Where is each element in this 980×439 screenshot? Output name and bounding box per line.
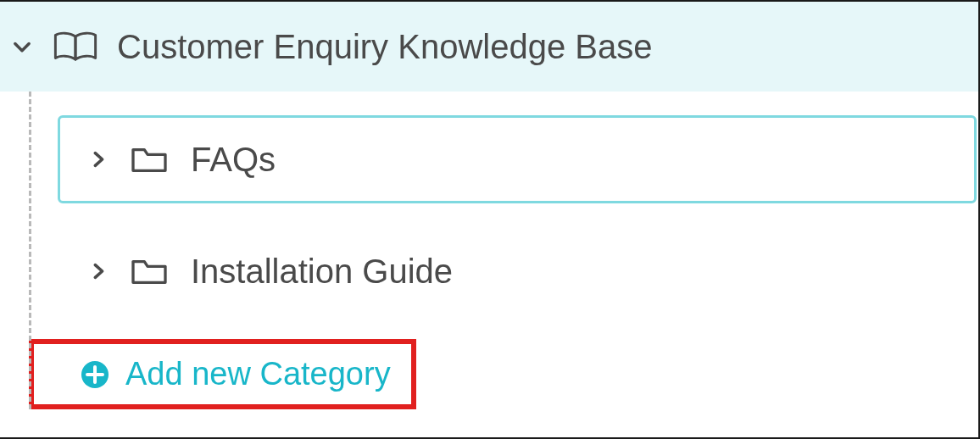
- knowledge-base-tree-panel: Customer Enquiry Knowledge Base FAQs: [0, 0, 980, 439]
- folder-icon: [130, 143, 169, 175]
- kb-root-row[interactable]: Customer Enquiry Knowledge Base: [0, 2, 978, 92]
- book-icon: [53, 28, 98, 65]
- plus-circle-icon: [80, 359, 110, 390]
- chevron-right-icon: [89, 147, 108, 172]
- folder-icon: [130, 255, 169, 287]
- add-category-button[interactable]: Add new Category: [64, 346, 406, 403]
- category-row-installation-guide[interactable]: Installation Guide: [58, 227, 977, 315]
- kb-children: FAQs Installation Guide: [29, 92, 978, 409]
- add-category-label: Add new Category: [125, 356, 391, 392]
- kb-root-label: Customer Enquiry Knowledge Base: [117, 28, 652, 66]
- category-label: FAQs: [191, 141, 276, 179]
- chevron-right-icon: [89, 258, 108, 284]
- category-row-faqs[interactable]: FAQs: [58, 115, 977, 203]
- chevron-down-icon: [10, 35, 34, 58]
- category-label: Installation Guide: [191, 253, 453, 291]
- add-category-highlight: Add new Category: [29, 339, 416, 409]
